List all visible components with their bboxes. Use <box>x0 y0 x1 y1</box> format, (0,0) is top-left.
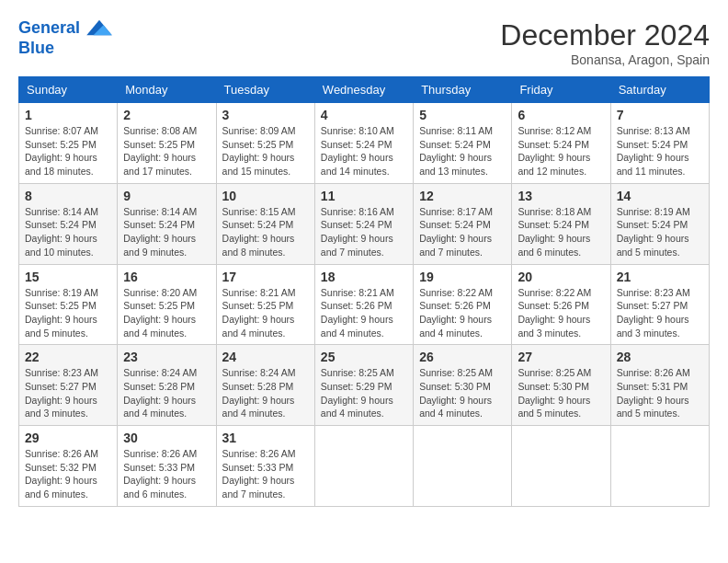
calendar-cell: 27Sunrise: 8:25 AMSunset: 5:30 PMDayligh… <box>512 345 610 426</box>
day-info: Sunrise: 8:24 AMSunset: 5:28 PMDaylight:… <box>222 366 309 420</box>
day-number: 14 <box>617 189 703 203</box>
day-number: 23 <box>123 350 210 364</box>
day-info: Sunrise: 8:26 AMSunset: 5:32 PMDaylight:… <box>25 447 111 501</box>
calendar-week-row: 8Sunrise: 8:14 AMSunset: 5:24 PMDaylight… <box>19 183 710 264</box>
location: Bonansa, Aragon, Spain <box>500 52 710 67</box>
calendar-cell: 18Sunrise: 8:21 AMSunset: 5:26 PMDayligh… <box>314 264 413 345</box>
day-info: Sunrise: 8:15 AMSunset: 5:24 PMDaylight:… <box>222 205 309 259</box>
day-number: 11 <box>321 189 407 203</box>
calendar-week-row: 29Sunrise: 8:26 AMSunset: 5:32 PMDayligh… <box>19 426 710 507</box>
calendar-cell: 17Sunrise: 8:21 AMSunset: 5:25 PMDayligh… <box>216 264 314 345</box>
calendar-cell: 19Sunrise: 8:22 AMSunset: 5:26 PMDayligh… <box>414 264 512 345</box>
day-info: Sunrise: 8:23 AMSunset: 5:27 PMDaylight:… <box>617 286 703 340</box>
day-number: 10 <box>222 189 309 203</box>
day-number: 9 <box>123 189 210 203</box>
calendar-cell: 12Sunrise: 8:17 AMSunset: 5:24 PMDayligh… <box>414 183 512 264</box>
calendar-week-row: 1Sunrise: 8:07 AMSunset: 5:25 PMDaylight… <box>19 103 710 184</box>
day-info: Sunrise: 8:16 AMSunset: 5:24 PMDaylight:… <box>321 205 407 259</box>
day-number: 25 <box>321 350 407 364</box>
calendar-cell <box>414 426 512 507</box>
logo-line2: Blue <box>18 39 112 59</box>
day-info: Sunrise: 8:11 AMSunset: 5:24 PMDaylight:… <box>419 124 506 178</box>
calendar-cell: 8Sunrise: 8:14 AMSunset: 5:24 PMDaylight… <box>19 183 118 264</box>
day-number: 2 <box>123 108 210 122</box>
weekday-header-tuesday: Tuesday <box>216 77 314 103</box>
calendar-cell: 9Sunrise: 8:14 AMSunset: 5:24 PMDaylight… <box>118 183 216 264</box>
calendar-cell <box>314 426 413 507</box>
calendar-cell: 16Sunrise: 8:20 AMSunset: 5:25 PMDayligh… <box>118 264 216 345</box>
calendar-cell: 6Sunrise: 8:12 AMSunset: 5:24 PMDaylight… <box>512 103 610 184</box>
day-number: 26 <box>419 350 506 364</box>
calendar-cell: 21Sunrise: 8:23 AMSunset: 5:27 PMDayligh… <box>610 264 709 345</box>
calendar-cell: 29Sunrise: 8:26 AMSunset: 5:32 PMDayligh… <box>19 426 118 507</box>
weekday-header-thursday: Thursday <box>414 77 512 103</box>
weekday-header-friday: Friday <box>512 77 610 103</box>
day-info: Sunrise: 8:17 AMSunset: 5:24 PMDaylight:… <box>419 205 506 259</box>
day-number: 6 <box>518 108 604 122</box>
day-number: 29 <box>25 431 111 445</box>
day-number: 30 <box>123 431 210 445</box>
calendar-cell: 30Sunrise: 8:26 AMSunset: 5:33 PMDayligh… <box>118 426 216 507</box>
calendar-cell: 7Sunrise: 8:13 AMSunset: 5:24 PMDaylight… <box>610 103 709 184</box>
calendar-cell: 10Sunrise: 8:15 AMSunset: 5:24 PMDayligh… <box>216 183 314 264</box>
day-info: Sunrise: 8:25 AMSunset: 5:30 PMDaylight:… <box>419 366 506 420</box>
day-info: Sunrise: 8:14 AMSunset: 5:24 PMDaylight:… <box>123 205 210 259</box>
calendar-cell: 2Sunrise: 8:08 AMSunset: 5:25 PMDaylight… <box>118 103 216 184</box>
day-number: 3 <box>222 108 309 122</box>
title-area: December 2024 Bonansa, Aragon, Spain <box>500 18 710 67</box>
day-number: 20 <box>518 270 604 284</box>
day-info: Sunrise: 8:07 AMSunset: 5:25 PMDaylight:… <box>25 124 111 178</box>
calendar-cell: 24Sunrise: 8:24 AMSunset: 5:28 PMDayligh… <box>216 345 314 426</box>
calendar-cell <box>512 426 610 507</box>
day-info: Sunrise: 8:25 AMSunset: 5:30 PMDaylight:… <box>518 366 604 420</box>
calendar-cell: 11Sunrise: 8:16 AMSunset: 5:24 PMDayligh… <box>314 183 413 264</box>
day-info: Sunrise: 8:13 AMSunset: 5:24 PMDaylight:… <box>617 124 703 178</box>
calendar-cell: 4Sunrise: 8:10 AMSunset: 5:24 PMDaylight… <box>314 103 413 184</box>
calendar-cell <box>610 426 709 507</box>
calendar-cell: 31Sunrise: 8:26 AMSunset: 5:33 PMDayligh… <box>216 426 314 507</box>
day-number: 27 <box>518 350 604 364</box>
page-header: General Blue December 2024 Bonansa, Arag… <box>18 18 710 67</box>
day-number: 18 <box>321 270 407 284</box>
day-number: 7 <box>617 108 703 122</box>
weekday-header-wednesday: Wednesday <box>314 77 413 103</box>
day-info: Sunrise: 8:19 AMSunset: 5:25 PMDaylight:… <box>25 286 111 340</box>
day-info: Sunrise: 8:21 AMSunset: 5:25 PMDaylight:… <box>222 286 309 340</box>
day-info: Sunrise: 8:08 AMSunset: 5:25 PMDaylight:… <box>123 124 210 178</box>
day-info: Sunrise: 8:10 AMSunset: 5:24 PMDaylight:… <box>321 124 407 178</box>
day-number: 24 <box>222 350 309 364</box>
day-info: Sunrise: 8:25 AMSunset: 5:29 PMDaylight:… <box>321 366 407 420</box>
day-number: 31 <box>222 431 309 445</box>
day-number: 16 <box>123 270 210 284</box>
day-number: 19 <box>419 270 506 284</box>
day-number: 13 <box>518 189 604 203</box>
calendar-cell: 3Sunrise: 8:09 AMSunset: 5:25 PMDaylight… <box>216 103 314 184</box>
day-info: Sunrise: 8:14 AMSunset: 5:24 PMDaylight:… <box>25 205 111 259</box>
day-number: 5 <box>419 108 506 122</box>
day-info: Sunrise: 8:18 AMSunset: 5:24 PMDaylight:… <box>518 205 604 259</box>
day-info: Sunrise: 8:26 AMSunset: 5:31 PMDaylight:… <box>617 366 703 420</box>
day-info: Sunrise: 8:09 AMSunset: 5:25 PMDaylight:… <box>222 124 309 178</box>
day-info: Sunrise: 8:23 AMSunset: 5:27 PMDaylight:… <box>25 366 111 420</box>
calendar-cell: 5Sunrise: 8:11 AMSunset: 5:24 PMDaylight… <box>414 103 512 184</box>
day-number: 21 <box>617 270 703 284</box>
day-info: Sunrise: 8:20 AMSunset: 5:25 PMDaylight:… <box>123 286 210 340</box>
weekday-header-monday: Monday <box>118 77 216 103</box>
logo: General Blue <box>18 18 112 59</box>
calendar-week-row: 22Sunrise: 8:23 AMSunset: 5:27 PMDayligh… <box>19 345 710 426</box>
day-info: Sunrise: 8:22 AMSunset: 5:26 PMDaylight:… <box>518 286 604 340</box>
day-number: 12 <box>419 189 506 203</box>
day-number: 8 <box>25 189 111 203</box>
calendar-cell: 14Sunrise: 8:19 AMSunset: 5:24 PMDayligh… <box>610 183 709 264</box>
month-title: December 2024 <box>500 18 710 52</box>
weekday-header-saturday: Saturday <box>610 77 709 103</box>
calendar-cell: 20Sunrise: 8:22 AMSunset: 5:26 PMDayligh… <box>512 264 610 345</box>
day-number: 15 <box>25 270 111 284</box>
day-number: 1 <box>25 108 111 122</box>
day-info: Sunrise: 8:22 AMSunset: 5:26 PMDaylight:… <box>419 286 506 340</box>
day-number: 28 <box>617 350 703 364</box>
calendar-week-row: 15Sunrise: 8:19 AMSunset: 5:25 PMDayligh… <box>19 264 710 345</box>
day-number: 17 <box>222 270 309 284</box>
day-info: Sunrise: 8:21 AMSunset: 5:26 PMDaylight:… <box>321 286 407 340</box>
weekday-header-row: SundayMondayTuesdayWednesdayThursdayFrid… <box>19 77 710 103</box>
